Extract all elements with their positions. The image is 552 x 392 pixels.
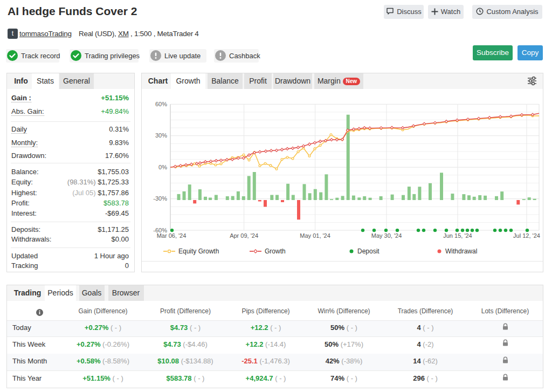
svg-text:Mar 06, '24: Mar 06, '24	[157, 232, 187, 239]
svg-text:Jul 12, '24: Jul 12, '24	[513, 232, 540, 239]
svg-text:Deposit: Deposit	[357, 247, 380, 255]
svg-text:Jun 15, '24: Jun 15, '24	[443, 232, 472, 239]
svg-text:May 30, '24: May 30, '24	[371, 232, 402, 239]
svg-text:Growth: Growth	[265, 247, 286, 255]
svg-text:May 01, '24: May 01, '24	[300, 232, 330, 239]
svg-text:Withdrawal: Withdrawal	[445, 247, 477, 255]
svg-text:Apr 09, '24: Apr 09, '24	[230, 232, 258, 239]
svg-text:-30%: -30%	[153, 195, 167, 202]
svg-text:0%: 0%	[158, 164, 167, 170]
svg-text:60%: 60%	[155, 101, 167, 107]
svg-text:30%: 30%	[155, 132, 167, 139]
svg-text:Equity Growth: Equity Growth	[178, 247, 219, 255]
